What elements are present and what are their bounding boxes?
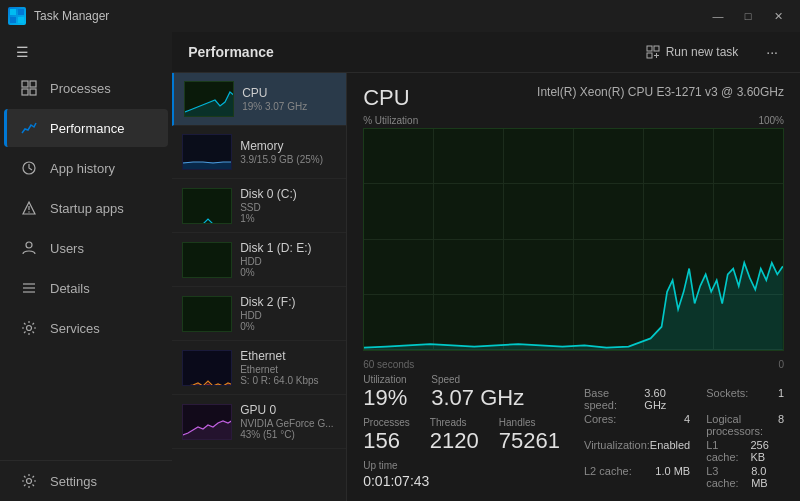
device-item-gpu0[interactable]: GPU 0 NVIDIA GeForce G... 43% (51 °C) bbox=[172, 395, 346, 449]
chart-time-right: 0 bbox=[778, 359, 784, 370]
ethernet-device-info: Ethernet Ethernet S: 0 R: 64.0 Kbps bbox=[240, 349, 336, 386]
stat-threads: Threads 2120 bbox=[430, 417, 479, 452]
device-item-disk0[interactable]: Disk 0 (C:) SSD 1% bbox=[172, 179, 346, 233]
performance-icon bbox=[20, 119, 38, 137]
disk2-device-val: 0% bbox=[240, 321, 336, 332]
svg-point-12 bbox=[26, 242, 32, 248]
speed-stat-value: 3.07 GHz bbox=[431, 387, 524, 409]
svg-marker-25 bbox=[183, 420, 232, 440]
spec-logical-val: 8 bbox=[778, 413, 784, 437]
cpu-model: Intel(R) Xeon(R) CPU E3-1271 v3 @ 3.60GH… bbox=[537, 85, 784, 99]
detail-panel: CPU Intel(R) Xeon(R) CPU E3-1271 v3 @ 3.… bbox=[347, 73, 800, 501]
cpu-title: CPU bbox=[363, 85, 409, 111]
cpu-device-info: CPU 19% 3.07 GHz bbox=[242, 86, 336, 112]
svg-rect-3 bbox=[18, 17, 24, 23]
sidebar-item-processes[interactable]: Processes bbox=[4, 69, 168, 107]
disk2-device-name: Disk 2 (F:) bbox=[240, 295, 336, 309]
sidebar-item-app-history[interactable]: App history bbox=[4, 149, 168, 187]
disk1-device-name: Disk 1 (D: E:) bbox=[240, 241, 336, 255]
ethernet-mini-graph bbox=[182, 350, 232, 386]
device-item-memory[interactable]: Memory 3.9/15.9 GB (25%) bbox=[172, 126, 346, 179]
sidebar-item-services-label: Services bbox=[50, 321, 100, 336]
spec-virtualization: Virtualization: Enabled bbox=[584, 439, 690, 463]
minimize-button[interactable]: — bbox=[704, 6, 732, 26]
threads-stat-label: Threads bbox=[430, 417, 479, 428]
sidebar-item-performance-label: Performance bbox=[50, 121, 124, 136]
sidebar-item-processes-label: Processes bbox=[50, 81, 111, 96]
sidebar-item-details[interactable]: Details bbox=[4, 269, 168, 307]
hamburger-menu[interactable]: ☰ bbox=[0, 36, 172, 68]
spec-logical-processors: Logical processors: 8 bbox=[706, 413, 784, 437]
gpu0-device-sub: NVIDIA GeForce G... bbox=[240, 418, 336, 429]
chart-axis-labels: % Utilization 100% bbox=[363, 115, 784, 126]
sidebar-item-services[interactable]: Services bbox=[4, 309, 168, 347]
gpu0-device-val: 43% (51 °C) bbox=[240, 429, 336, 440]
sidebar-item-startup-apps[interactable]: Startup apps bbox=[4, 189, 168, 227]
sidebar-item-settings[interactable]: Settings bbox=[4, 462, 168, 500]
processes-icon bbox=[20, 79, 38, 97]
memory-mini-graph bbox=[182, 134, 232, 170]
svg-point-16 bbox=[27, 326, 32, 331]
cpu-chart-svg bbox=[364, 129, 783, 350]
startup-icon bbox=[20, 199, 38, 217]
speed-stat-label: Speed bbox=[431, 374, 524, 385]
content-header: Performance Run new task ··· bbox=[172, 32, 800, 73]
run-task-button[interactable]: Run new task bbox=[636, 41, 749, 63]
processes-stat-value: 156 bbox=[363, 430, 410, 452]
device-item-disk1[interactable]: Disk 1 (D: E:) HDD 0% bbox=[172, 233, 346, 287]
disk0-device-sub: SSD bbox=[240, 202, 336, 213]
chart-time-label: 60 seconds 0 bbox=[363, 359, 784, 370]
device-item-cpu[interactable]: CPU 19% 3.07 GHz bbox=[172, 73, 346, 126]
devices-panel: CPU 19% 3.07 GHz Memory 3.9/15.9 GB bbox=[172, 73, 347, 501]
gpu0-mini-graph bbox=[182, 404, 232, 440]
spec-l3-val: 8.0 MB bbox=[751, 465, 784, 489]
spec-l3-key: L3 cache: bbox=[706, 465, 751, 489]
svg-rect-20 bbox=[647, 53, 652, 58]
disk0-device-val: 1% bbox=[240, 213, 336, 224]
sidebar-settings-label: Settings bbox=[50, 474, 97, 489]
spec-cores-val: 4 bbox=[684, 413, 690, 437]
stat-speed: Speed 3.07 GHz bbox=[431, 374, 524, 409]
right-stats: Base speed: 3.60 GHz Sockets: 1 Cores: 4 bbox=[584, 387, 784, 489]
disk1-device-sub: HDD bbox=[240, 256, 336, 267]
bottom-stats: Utilization 19% Speed 3.07 GHz Proces bbox=[363, 374, 784, 489]
more-options-button[interactable]: ··· bbox=[760, 40, 784, 64]
spec-virt-key: Virtualization: bbox=[584, 439, 650, 463]
svg-rect-24 bbox=[183, 162, 232, 170]
gpu0-device-info: GPU 0 NVIDIA GeForce G... 43% (51 °C) bbox=[240, 403, 336, 440]
settings-icon bbox=[20, 472, 38, 490]
device-item-ethernet[interactable]: Ethernet Ethernet S: 0 R: 64.0 Kbps bbox=[172, 341, 346, 395]
svg-rect-4 bbox=[22, 81, 28, 87]
titlebar: Task Manager — □ ✕ bbox=[0, 0, 800, 32]
services-icon bbox=[20, 319, 38, 337]
spec-l3-cache: L3 cache: 8.0 MB bbox=[706, 465, 784, 489]
processes-stat-label: Processes bbox=[363, 417, 410, 428]
spec-sockets-val: 1 bbox=[778, 387, 784, 411]
svg-rect-1 bbox=[18, 9, 24, 15]
cpu-mini-graph bbox=[184, 81, 234, 117]
svg-point-17 bbox=[27, 479, 32, 484]
sidebar-item-startup-label: Startup apps bbox=[50, 201, 124, 216]
maximize-button[interactable]: □ bbox=[734, 6, 762, 26]
handles-stat-value: 75261 bbox=[499, 430, 560, 452]
sidebar-item-users[interactable]: Users bbox=[4, 229, 168, 267]
cpu-device-name: CPU bbox=[242, 86, 336, 100]
header-actions: Run new task ··· bbox=[636, 40, 784, 64]
close-button[interactable]: ✕ bbox=[764, 6, 792, 26]
uptime-stat-value: 0:01:07:43 bbox=[363, 473, 560, 489]
svg-rect-18 bbox=[647, 46, 652, 51]
utilization-stat-label: Utilization bbox=[363, 374, 407, 385]
app-history-icon bbox=[20, 159, 38, 177]
disk0-device-name: Disk 0 (C:) bbox=[240, 187, 336, 201]
ethernet-device-sub: Ethernet bbox=[240, 364, 336, 375]
disk0-mini-graph bbox=[182, 188, 232, 224]
spec-l1-val: 256 KB bbox=[751, 439, 785, 463]
spec-l2-cache: L2 cache: 1.0 MB bbox=[584, 465, 690, 489]
sidebar-item-performance[interactable]: Performance bbox=[4, 109, 168, 147]
device-item-disk2[interactable]: Disk 2 (F:) HDD 0% bbox=[172, 287, 346, 341]
svg-rect-0 bbox=[10, 9, 16, 15]
spec-base-speed-key: Base speed: bbox=[584, 387, 644, 411]
ethernet-device-val: S: 0 R: 64.0 Kbps bbox=[240, 375, 336, 386]
svg-rect-6 bbox=[22, 89, 28, 95]
ethernet-device-name: Ethernet bbox=[240, 349, 336, 363]
